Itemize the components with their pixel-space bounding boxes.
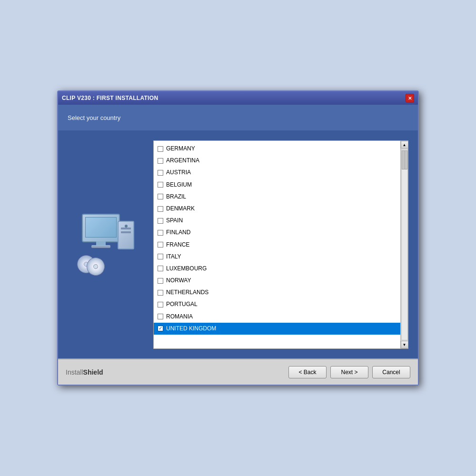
- monitor-stand: [96, 241, 106, 245]
- tower-icon: [118, 221, 134, 249]
- country-checkbox[interactable]: [158, 242, 163, 248]
- country-name: BELGIUM: [166, 180, 192, 189]
- country-item[interactable]: ARGENTINA: [154, 155, 400, 167]
- illustration-area: [68, 140, 144, 349]
- country-name: BRAZIL: [166, 192, 186, 201]
- shield-part: Shield: [83, 368, 103, 376]
- country-name: NETHERLANDS: [166, 288, 208, 297]
- country-item[interactable]: FINLAND: [154, 227, 400, 238]
- country-item[interactable]: FRANCE: [154, 239, 400, 251]
- dialog-content: GERMANYARGENTINAAUSTRIABELGIUMBRAZILDENM…: [58, 131, 418, 358]
- country-item[interactable]: LUXEMBOURG: [154, 263, 400, 275]
- country-name: LUXEMBOURG: [166, 264, 207, 273]
- country-item[interactable]: ✓UNITED KINGDOM: [154, 323, 400, 335]
- country-item[interactable]: NORWAY: [154, 275, 400, 287]
- back-button[interactable]: < Back: [288, 366, 327, 378]
- country-item[interactable]: AUSTRIA: [154, 167, 400, 178]
- monitor-base: [91, 245, 110, 248]
- country-item[interactable]: BELGIUM: [154, 179, 400, 191]
- country-checkbox[interactable]: [158, 254, 163, 259]
- computer-icon: [72, 214, 139, 276]
- country-name: ITALY: [166, 252, 181, 261]
- next-button[interactable]: Next >: [330, 366, 368, 378]
- country-name: UNITED KINGDOM: [166, 324, 216, 333]
- country-checkbox[interactable]: [158, 302, 163, 307]
- country-name: NORWAY: [166, 276, 191, 285]
- country-checkbox[interactable]: ✓: [158, 326, 163, 331]
- list-with-scroll: GERMANYARGENTINAAUSTRIABELGIUMBRAZILDENM…: [154, 141, 408, 348]
- country-checkbox[interactable]: [158, 206, 163, 212]
- scroll-up-button[interactable]: ▲: [401, 141, 408, 149]
- country-name: DENMARK: [166, 204, 195, 213]
- install-part: Install: [66, 368, 83, 376]
- country-name: ARGENTINA: [166, 156, 199, 165]
- country-name: ROMANIA: [166, 312, 193, 321]
- footer-buttons: < Back Next > Cancel: [288, 366, 410, 378]
- country-item[interactable]: SPAIN: [154, 215, 400, 227]
- main-dialog: CLIP V230 : FIRST INSTALLATION ✕ Select …: [57, 90, 419, 386]
- country-name: FINLAND: [166, 228, 190, 237]
- scroll-track[interactable]: [401, 149, 408, 340]
- country-item[interactable]: GERMANY: [154, 143, 400, 155]
- country-checkbox[interactable]: [158, 218, 163, 224]
- dialog-footer: InstallShield < Back Next > Cancel: [58, 358, 418, 385]
- country-checkbox[interactable]: [158, 158, 163, 164]
- country-item[interactable]: NETHERLANDS: [154, 287, 400, 298]
- country-list: GERMANYARGENTINAAUSTRIABELGIUMBRAZILDENM…: [154, 141, 400, 337]
- country-checkbox[interactable]: [158, 314, 163, 319]
- installshield-text: InstallShield: [66, 368, 103, 376]
- monitor-screen: [85, 217, 117, 238]
- dialog-header: Select your country: [58, 105, 418, 131]
- country-name: PORTUGAL: [166, 300, 198, 309]
- tower-slot2: [121, 231, 131, 233]
- header-subtitle: Select your country: [68, 114, 120, 121]
- cancel-button[interactable]: Cancel: [372, 366, 410, 378]
- monitor-icon: [82, 214, 120, 242]
- country-checkbox[interactable]: [158, 278, 163, 284]
- scroll-down-button[interactable]: ▼: [401, 341, 408, 348]
- scroll-thumb[interactable]: [402, 150, 407, 169]
- country-item[interactable]: ROMANIA: [154, 311, 400, 323]
- country-checkbox[interactable]: [158, 182, 163, 188]
- window-title: CLIP V230 : FIRST INSTALLATION: [62, 95, 158, 101]
- country-item[interactable]: ITALY: [154, 251, 400, 263]
- title-bar: CLIP V230 : FIRST INSTALLATION ✕: [58, 91, 418, 105]
- country-checkbox[interactable]: [158, 266, 163, 271]
- country-checkbox[interactable]: [158, 146, 163, 152]
- tower-slot: [121, 228, 131, 229]
- close-button[interactable]: ✕: [406, 94, 414, 102]
- country-item[interactable]: BRAZIL: [154, 191, 400, 203]
- country-checkbox[interactable]: [158, 194, 163, 199]
- country-checkbox[interactable]: [158, 230, 163, 236]
- country-item[interactable]: DENMARK: [154, 203, 400, 215]
- country-name: FRANCE: [166, 240, 189, 249]
- country-list-container: GERMANYARGENTINAAUSTRIABELGIUMBRAZILDENM…: [153, 140, 408, 349]
- country-checkbox[interactable]: [158, 170, 163, 176]
- country-name: SPAIN: [166, 216, 183, 225]
- country-checkbox[interactable]: [158, 290, 163, 296]
- installshield-logo: InstallShield: [66, 368, 103, 376]
- scrollbar[interactable]: ▲ ▼: [400, 141, 408, 348]
- country-name: AUSTRIA: [166, 168, 191, 177]
- country-item[interactable]: PORTUGAL: [154, 298, 400, 310]
- country-name: GERMANY: [166, 144, 195, 153]
- list-scroll: GERMANYARGENTINAAUSTRIABELGIUMBRAZILDENM…: [154, 141, 400, 348]
